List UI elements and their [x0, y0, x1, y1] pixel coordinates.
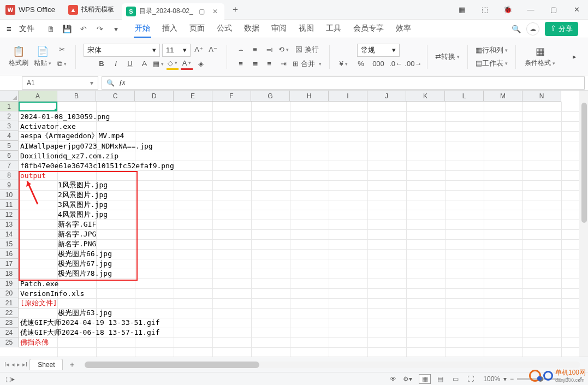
- cell[interactable]: Doxilliondq_xz7.com.zip: [19, 152, 57, 160]
- cut-icon[interactable]: ✂: [56, 44, 68, 56]
- minimize-button[interactable]: —: [519, 0, 542, 20]
- cell[interactable]: 极光图片67.jpg: [57, 259, 96, 269]
- row-header[interactable]: 19: [0, 279, 19, 288]
- file-menu[interactable]: 文件: [15, 24, 39, 34]
- row-header[interactable]: 9: [0, 180, 19, 190]
- add-sheet-button[interactable]: ＋: [65, 360, 79, 370]
- cell[interactable]: VersionInfo.xls: [19, 289, 57, 298]
- indent-icon[interactable]: ⇥: [277, 58, 289, 70]
- cloud-icon[interactable]: ☁: [526, 22, 539, 35]
- tab-formula[interactable]: 公式: [216, 20, 233, 38]
- rows-cols-button[interactable]: ▦ 行和列: [476, 44, 508, 56]
- sheet-next-icon[interactable]: ▸: [17, 361, 20, 368]
- close-window-button[interactable]: ✕: [565, 0, 588, 20]
- fx-icon[interactable]: ƒx: [119, 79, 125, 87]
- search-icon[interactable]: 🔍: [512, 25, 521, 33]
- vertical-scrollbar[interactable]: [579, 91, 588, 357]
- underline-icon[interactable]: U: [124, 58, 136, 70]
- cell[interactable]: aespa《Armageddon》MV.mp4: [19, 131, 57, 141]
- hamburger-icon[interactable]: ≡: [4, 24, 14, 33]
- row-header[interactable]: 20: [0, 288, 19, 298]
- border-icon[interactable]: ▦: [152, 58, 164, 70]
- view-normal-icon[interactable]: ▦: [419, 374, 431, 384]
- cell-row[interactable]: Patch.exe: [19, 279, 96, 288]
- zoom-thumb[interactable]: [538, 376, 543, 382]
- template-tab[interactable]: ▲ 找稻壳模板: [61, 0, 122, 20]
- horizontal-scroll-thumb[interactable]: [85, 362, 259, 368]
- cell[interactable]: 1风景图片.jpg: [57, 180, 96, 190]
- column-header[interactable]: C: [96, 91, 135, 102]
- font-name-select[interactable]: 宋体▾: [84, 44, 160, 57]
- cell-row[interactable]: output: [19, 170, 96, 180]
- cell-row[interactable]: 优速GIF大师2024-06-18 13-57-11.gif: [19, 328, 96, 337]
- select-all-corner[interactable]: [0, 91, 19, 102]
- orientation-icon[interactable]: ⟲: [277, 44, 289, 56]
- cell-row[interactable]: 1风景图片.jpg: [19, 180, 96, 190]
- column-header[interactable]: E: [174, 91, 212, 102]
- worksheet-button[interactable]: ▤ 工作表: [476, 57, 508, 69]
- cell[interactable]: f8fb47e0e61e36743c10151fc52efaf9.png: [19, 162, 57, 170]
- cell-row[interactable]: 佛挡杀佛: [19, 337, 96, 347]
- formula-search-icon[interactable]: 🔍: [106, 79, 115, 87]
- column-header[interactable]: B: [57, 91, 96, 102]
- sheet-first-icon[interactable]: I◂: [4, 361, 9, 368]
- number-format-select[interactable]: 常规▾: [357, 44, 400, 57]
- wrap-text-button[interactable]: 囩 换行: [293, 44, 322, 56]
- column-header[interactable]: L: [445, 91, 484, 102]
- align-right-icon[interactable]: ≡: [263, 58, 275, 70]
- cell[interactable]: Activator.exe: [19, 122, 57, 131]
- copy-icon[interactable]: ⧉: [56, 58, 68, 70]
- layout-icon[interactable]: ▦: [450, 0, 473, 20]
- view-pagebreak-icon[interactable]: ▤: [434, 374, 446, 384]
- decrease-font-icon[interactable]: A⁻: [207, 44, 219, 56]
- cell[interactable]: 新名字.GIF: [57, 220, 96, 229]
- ladybug-icon[interactable]: 🐞: [496, 0, 519, 20]
- status-record-icon[interactable]: ⬚▸: [5, 375, 15, 383]
- cell[interactable]: 佛挡杀佛: [19, 337, 57, 347]
- cell[interactable]: Patch.exe: [19, 280, 57, 288]
- sheet-last-icon[interactable]: ▸I: [22, 361, 27, 368]
- close-tab-icon[interactable]: ✕: [210, 8, 220, 15]
- eye-icon[interactable]: 👁: [390, 375, 396, 383]
- tab-home[interactable]: 开始: [134, 20, 151, 38]
- column-header[interactable]: N: [522, 91, 561, 102]
- cell-row[interactable]: AIWallpaperjpg0723_NDMxNA==.jpg: [19, 141, 96, 151]
- share-button[interactable]: ⇪ 分享: [545, 22, 578, 36]
- name-box[interactable]: A1▾: [22, 76, 98, 90]
- undo-icon[interactable]: ↶: [77, 22, 90, 35]
- row-header[interactable]: 24: [0, 328, 19, 337]
- increase-font-icon[interactable]: A⁺: [193, 44, 205, 56]
- cell-row[interactable]: 极光图片78.jpg: [19, 269, 96, 279]
- cell[interactable]: 4风景图片.jpg: [57, 210, 96, 220]
- column-header[interactable]: F: [212, 91, 251, 102]
- cell[interactable]: 新名字.PNG: [57, 239, 96, 249]
- maximize-button[interactable]: ▢: [542, 0, 565, 20]
- align-center-icon[interactable]: ≣: [249, 58, 261, 70]
- row-header[interactable]: 8: [0, 170, 19, 180]
- cell[interactable]: 2024-01-08_103059.png: [19, 112, 57, 121]
- cell-row[interactable]: [原始文件]: [19, 298, 96, 308]
- row-header[interactable]: 21: [0, 298, 19, 308]
- tab-insert[interactable]: 插入: [161, 20, 179, 38]
- column-header[interactable]: D: [135, 91, 174, 102]
- cell-row[interactable]: 极光图片63.jpg: [19, 308, 96, 318]
- tab-data[interactable]: 数据: [243, 20, 260, 38]
- tab-review[interactable]: 审阅: [270, 20, 288, 38]
- cell-row[interactable]: VersionInfo.xls: [19, 288, 96, 298]
- document-tab[interactable]: S 目录_2024-08-02_ ▢ ✕: [122, 3, 224, 20]
- merge-cells-button[interactable]: ⊞ 合并: [293, 58, 322, 70]
- column-header[interactable]: K: [406, 91, 445, 102]
- row-header[interactable]: 4: [0, 131, 19, 141]
- align-top-icon[interactable]: ⫠: [235, 44, 247, 56]
- conditional-format-button[interactable]: ▦条件格式: [524, 45, 556, 68]
- cell-row[interactable]: aespa《Armageddon》MV.mp4: [19, 131, 96, 141]
- row-header[interactable]: 15: [0, 239, 19, 249]
- fill-color-icon[interactable]: ◇: [167, 58, 179, 70]
- qat-dropdown-icon[interactable]: ▾: [110, 22, 123, 35]
- view-reading-icon[interactable]: ▭: [449, 374, 461, 384]
- align-left-icon[interactable]: ≡: [235, 58, 247, 70]
- cell[interactable]: 优速GIF大师2024-06-18 13-57-11.gif: [19, 328, 57, 337]
- cell-row[interactable]: Doxilliondq_xz7.com.zip: [19, 151, 96, 161]
- align-middle-icon[interactable]: ≡: [249, 44, 261, 56]
- tab-view[interactable]: 视图: [298, 20, 315, 38]
